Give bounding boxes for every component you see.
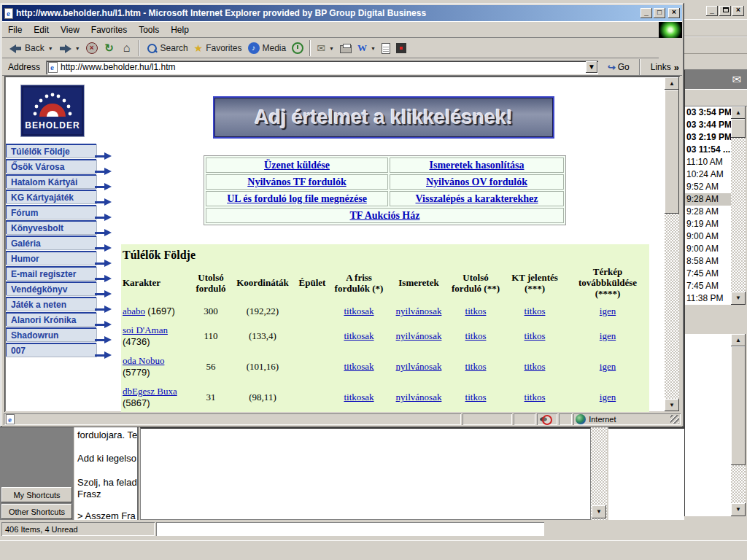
beholder-logo[interactable]: BEHOLDER <box>20 85 85 137</box>
messenger-button[interactable] <box>393 39 409 57</box>
message-list-item[interactable]: 11:10 AM <box>685 156 731 168</box>
scrollbar-track[interactable] <box>731 138 746 292</box>
fresh-link[interactable]: titkosak <box>344 306 374 316</box>
scrollbar-track[interactable] <box>731 465 746 503</box>
links-bar[interactable]: Links» <box>651 62 679 73</box>
sidebar-item[interactable]: Humor <box>6 251 96 265</box>
address-dropdown-icon[interactable]: ▼ <box>586 61 597 73</box>
character-link[interactable]: soi D'Aman <box>123 324 168 335</box>
last-turn-link[interactable]: titkos <box>465 330 487 341</box>
scrollbar-thumb[interactable] <box>665 90 679 214</box>
character-link[interactable]: dbEgesz Buxa <box>123 386 177 397</box>
character-link[interactable]: ababo <box>123 306 145 316</box>
menu-item[interactable]: Edit <box>28 23 55 37</box>
kt-link[interactable]: titkos <box>525 330 546 341</box>
menu-item[interactable]: Favorites <box>85 23 133 37</box>
sidebar-item[interactable]: Játék a neten <box>6 297 96 311</box>
sidebar-item[interactable]: Vendégkönyv <box>6 281 96 295</box>
forward-button[interactable]: ▼ <box>56 39 83 57</box>
outlook-preview-scrollbar[interactable]: ▲ ▼ <box>731 334 746 516</box>
ie-titlebar[interactable]: http://www.beholder.hu/l1.htm - Microsof… <box>2 5 682 21</box>
message-list-item[interactable]: 9:19 AM <box>685 218 731 230</box>
my-shortcuts-button[interactable]: My Shortcuts <box>1 487 72 502</box>
outlook-minimize-button[interactable]: _ <box>706 6 718 16</box>
media-button[interactable]: ♪Media <box>245 39 290 57</box>
search-button[interactable]: Search <box>143 39 191 57</box>
message-list-item[interactable]: 10:24 AM <box>685 168 731 181</box>
knowledge-link[interactable]: nyilvánosak <box>396 330 442 341</box>
maximize-button[interactable]: □ <box>654 8 665 18</box>
quick-link[interactable]: TF Aukciós Ház <box>350 210 420 221</box>
back-button[interactable]: Back▼ <box>7 39 56 57</box>
sidebar-item[interactable]: Könyvesbolt <box>6 220 96 234</box>
quick-link[interactable]: Nyilvános OV fordulók <box>426 176 527 187</box>
scroll-down-icon[interactable]: ▼ <box>731 503 746 516</box>
sidebar-item[interactable]: 007 <box>6 343 96 357</box>
forward-dropdown-icon[interactable]: ▼ <box>75 46 80 51</box>
map-link[interactable]: igen <box>600 361 616 372</box>
kt-link[interactable]: titkos <box>525 306 546 316</box>
quick-link[interactable]: Ismeretek hasonlítása <box>429 160 524 171</box>
quick-link[interactable]: UL és forduló log file megnézése <box>227 193 367 204</box>
message-list-item[interactable]: 7:45 AM <box>685 280 731 292</box>
message-list-item[interactable]: 11:38 PM <box>685 292 731 305</box>
scrollbar-track[interactable] <box>665 214 679 399</box>
refresh-button[interactable]: ↻ <box>101 39 118 57</box>
resize-grip[interactable] <box>670 415 679 424</box>
message-list-item[interactable]: 03 2:19 PM <box>685 131 731 144</box>
privacy-report-button[interactable] <box>537 413 557 425</box>
message-list-item[interactable]: 9:28 AM <box>685 206 731 218</box>
message-list-item[interactable]: 03 3:54 PM <box>685 106 731 119</box>
banner-ad[interactable]: Adj értelmet a klikkelésnek! <box>213 96 554 139</box>
scroll-up-icon[interactable]: ▲ <box>665 77 679 90</box>
sidebar-item[interactable]: Túlélők Földje <box>6 144 96 158</box>
outlook-wide-scrollbar[interactable]: ▼ <box>591 427 607 520</box>
message-list-item[interactable]: 7:45 AM <box>685 268 731 280</box>
quick-link[interactable]: Üzenet küldése <box>264 160 330 171</box>
quick-link[interactable]: Nyilvános TF fordulók <box>247 176 346 187</box>
minimize-button[interactable]: _ <box>640 8 652 18</box>
knowledge-link[interactable]: nyilvánosak <box>396 392 442 402</box>
sidebar-item[interactable]: KG Kártyajáték <box>6 190 96 203</box>
last-turn-link[interactable]: titkos <box>465 392 487 402</box>
outlook-close-button[interactable]: × <box>732 6 744 16</box>
message-list-item[interactable]: 03 3:44 PM <box>685 119 731 131</box>
print-button[interactable] <box>337 39 355 57</box>
fresh-link[interactable]: titkosak <box>344 392 374 402</box>
menu-item[interactable]: Help <box>165 23 195 37</box>
message-list-item[interactable]: 8:58 AM <box>685 255 731 268</box>
mail-button[interactable]: ✉▼ <box>314 39 337 57</box>
close-button[interactable]: × <box>668 8 680 18</box>
send-receive-envelope-icon[interactable]: ✉ <box>732 73 741 86</box>
scroll-down-icon[interactable]: ▼ <box>592 505 606 518</box>
message-list-item[interactable]: 9:52 AM <box>685 181 731 193</box>
sidebar-item[interactable]: Fórum <box>6 205 96 219</box>
outlook-list-scrollbar[interactable]: ▲ ▼ <box>731 106 746 305</box>
scroll-down-icon[interactable]: ▼ <box>731 292 746 305</box>
last-turn-link[interactable]: titkos <box>465 306 487 316</box>
menu-item[interactable]: View <box>55 23 85 37</box>
favorites-button[interactable]: ★Favorites <box>191 39 245 57</box>
other-shortcuts-button[interactable]: Other Shortcuts <box>1 504 72 519</box>
menu-item[interactable]: File <box>2 23 28 37</box>
sidebar-item[interactable]: Shadowrun <box>6 327 96 341</box>
scrollbar-thumb[interactable] <box>731 346 746 465</box>
fresh-link[interactable]: titkosak <box>344 330 374 341</box>
knowledge-link[interactable]: nyilvánosak <box>396 361 442 372</box>
address-input[interactable] <box>61 62 598 73</box>
sidebar-item[interactable]: Hatalom Kártyái <box>6 174 96 188</box>
fresh-link[interactable]: titkosak <box>344 361 374 372</box>
menu-item[interactable]: Tools <box>133 23 165 37</box>
stop-button[interactable]: × <box>83 39 101 57</box>
message-list-item[interactable]: 03 11:54 ... <box>685 144 731 156</box>
kt-link[interactable]: titkos <box>525 361 546 372</box>
quick-link[interactable]: Visszalépés a karakterekhez <box>416 193 538 204</box>
edit-dropdown-icon[interactable]: ▼ <box>371 46 376 51</box>
scroll-up-icon[interactable]: ▲ <box>731 334 746 346</box>
scrollbar-thumb[interactable] <box>731 119 746 138</box>
message-list-item[interactable]: 9:28 AM <box>685 193 731 206</box>
home-button[interactable]: ⌂ <box>118 39 136 57</box>
sidebar-item[interactable]: E-mail regiszter <box>6 266 96 280</box>
sidebar-item[interactable]: Galéria <box>6 236 96 249</box>
go-button[interactable]: ↪Go <box>604 61 633 74</box>
